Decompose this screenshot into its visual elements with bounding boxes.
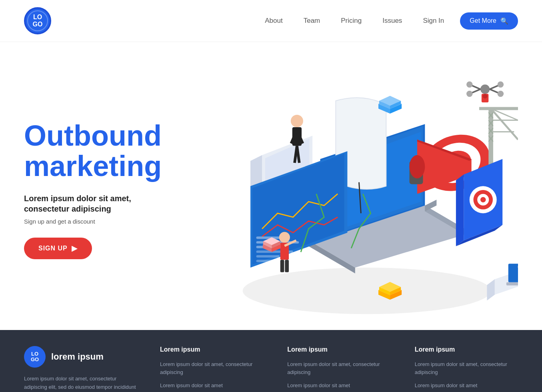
isometric-scene-svg (200, 58, 518, 322)
signup-button[interactable]: SIGN UP ▶ (24, 238, 92, 259)
arrow-icon: ▶ (72, 244, 78, 253)
footer-col3-link1[interactable]: Lorem ipsum dolor sit amet, consectetur … (415, 360, 518, 376)
svg-marker-40 (456, 174, 464, 246)
svg-point-0 (243, 268, 491, 314)
svg-point-69 (279, 232, 290, 243)
hero-small-text: Sign up and get a discount (24, 218, 192, 225)
logo[interactable]: LO GO (24, 7, 51, 34)
footer-col1-title: Lorem ipsum (160, 346, 263, 353)
footer-col2-link1[interactable]: Lorem ipsum dolor sit amet, consectetur … (287, 360, 390, 376)
hero-title: Outbound marketing (24, 121, 192, 181)
hero-subtitle: Lorem ipsum dolor sit amet, consectetur … (24, 193, 192, 214)
svg-rect-57 (508, 264, 518, 282)
svg-marker-55 (487, 279, 494, 300)
footer-col3-link2[interactable]: Lorem ipsum dolor sit amet (415, 382, 518, 390)
svg-rect-71 (280, 260, 284, 272)
main-nav: About Team Pricing Issues Sign In (265, 17, 444, 25)
search-icon: 🔍 (500, 17, 508, 25)
nav-issues[interactable]: Issues (382, 17, 402, 25)
svg-point-86 (466, 82, 473, 88)
hero-illustration (200, 58, 518, 322)
footer-logo: LO GO (24, 346, 46, 368)
svg-rect-58 (506, 282, 518, 286)
svg-point-89 (498, 91, 504, 97)
svg-point-63 (291, 115, 303, 127)
svg-point-45 (480, 197, 486, 202)
svg-point-24 (410, 155, 425, 178)
hero-text-block: Outbound marketing Lorem ipsum dolor sit… (24, 121, 192, 259)
hero-section: Outbound marketing Lorem ipsum dolor sit… (0, 42, 542, 330)
footer-col3-title: Lorem ipsum (415, 346, 518, 353)
svg-rect-52 (256, 255, 280, 258)
footer-brand-name: lorem ipsum (51, 352, 104, 362)
footer-col2-link2[interactable]: Lorem ipsum dolor sit amet (287, 382, 390, 390)
footer-logo-row: LO GO lorem ipsum (24, 346, 136, 368)
footer-col2-title: Lorem ipsum (287, 346, 390, 353)
footer-col1-link2[interactable]: Lorem ipsum dolor sit amet (160, 382, 263, 390)
footer-description: Lorem ipsum dolor sit amet, consectetur … (24, 375, 136, 392)
footer-col-3: Lorem ipsum Lorem ipsum dolor sit amet, … (415, 346, 518, 392)
svg-point-87 (498, 82, 504, 88)
footer-col-1: Lorem ipsum Lorem ipsum dolor sit amet, … (160, 346, 263, 392)
nav-team[interactable]: Team (304, 17, 320, 25)
footer: LO GO lorem ipsum Lorem ipsum dolor sit … (0, 330, 542, 392)
footer-col-2: Lorem ipsum Lorem ipsum dolor sit amet, … (287, 346, 390, 392)
nav-about[interactable]: About (265, 17, 282, 25)
footer-col-brand: LO GO lorem ipsum Lorem ipsum dolor sit … (24, 346, 136, 392)
header: LO GO About Team Pricing Issues Sign In … (0, 0, 542, 42)
svg-rect-72 (285, 260, 289, 272)
svg-point-91 (483, 94, 488, 99)
svg-point-81 (480, 84, 490, 94)
svg-point-88 (466, 91, 473, 97)
logo-circle: LO GO (24, 7, 51, 34)
footer-col1-link1[interactable]: Lorem ipsum dolor sit amet, consectetur … (160, 360, 263, 376)
get-more-button[interactable]: Get More 🔍 (460, 12, 518, 30)
svg-line-27 (491, 108, 518, 140)
nav-pricing[interactable]: Pricing (341, 17, 362, 25)
nav-signin[interactable]: Sign In (423, 17, 444, 25)
